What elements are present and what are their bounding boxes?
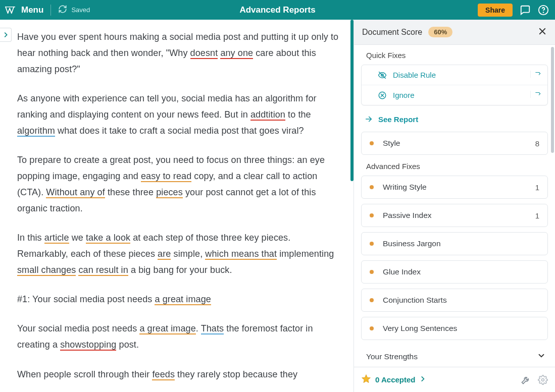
chat-icon[interactable]	[520, 5, 531, 16]
accepted-label: 0 Accepted	[375, 375, 415, 384]
action-submenu-icon[interactable]	[530, 91, 547, 98]
fix-card[interactable]: Passive Index1	[361, 204, 548, 227]
star-icon	[361, 374, 371, 385]
fix-label: Passive Index	[383, 211, 432, 220]
severity-dot	[370, 298, 374, 302]
score-badge: 60%	[428, 27, 452, 37]
style-hint[interactable]: a great image	[139, 323, 195, 334]
suggestions-panel: Document Score 60% Quick Fixes Disable R…	[354, 20, 555, 392]
severity-dot	[370, 141, 374, 145]
grammar-hint[interactable]: algorithm	[17, 126, 55, 137]
paragraph[interactable]: As anyone with experience can tell you, …	[17, 90, 339, 139]
app-logo[interactable]	[5, 6, 16, 15]
style-hint[interactable]: article	[44, 233, 69, 244]
wrench-icon[interactable]	[521, 375, 531, 385]
style-hint[interactable]: are	[158, 249, 171, 260]
disable-rule-action[interactable]: Disable Rule	[362, 65, 547, 85]
paragraph[interactable]: In this article we take a look at each s…	[17, 230, 339, 278]
header-divider	[51, 5, 51, 16]
advanced-fixes-title: Advanced Fixes	[366, 162, 548, 171]
quick-fixes-title: Quick Fixes	[366, 51, 548, 60]
severity-dot	[370, 185, 374, 189]
share-button[interactable]: Share	[478, 4, 513, 17]
fix-label: Style	[383, 139, 400, 148]
panel-body: Quick Fixes Disable Rule Ignore	[354, 45, 555, 367]
fix-card[interactable]: Business Jargon	[361, 232, 548, 255]
fix-label: Writing Style	[383, 183, 427, 192]
accepted-button[interactable]: 0 Accepted	[361, 374, 426, 385]
severity-dot	[370, 326, 374, 330]
see-report-label: See Report	[378, 115, 418, 124]
spelling-error[interactable]: addtition	[250, 109, 285, 121]
panel-header: Document Score 60%	[354, 20, 555, 45]
fix-label: Business Jargon	[383, 239, 441, 248]
close-panel-button[interactable]	[538, 27, 547, 38]
fix-card-style[interactable]: Style 8	[361, 132, 548, 155]
style-hint[interactable]: a great image	[155, 294, 211, 305]
action-label: Ignore	[393, 91, 415, 99]
style-hint[interactable]: small changes	[17, 265, 76, 276]
save-status: Saved	[58, 5, 90, 16]
strengths-label: Your Strengths	[366, 352, 418, 361]
cancel-icon	[378, 91, 387, 100]
action-submenu-icon[interactable]	[530, 71, 547, 78]
eye-off-icon	[378, 71, 387, 80]
paragraph[interactable]: To prepare to create a great post, you n…	[17, 152, 339, 216]
rule-actions-box: Disable Rule Ignore	[361, 65, 548, 105]
menu-button[interactable]: Menu	[21, 5, 43, 15]
paragraph[interactable]: When people scroll through their feeds t…	[17, 366, 339, 382]
fix-count: 8	[535, 139, 539, 148]
chevron-right-icon	[419, 375, 426, 384]
page-title: Advanced Reports	[239, 5, 315, 15]
paragraph[interactable]: Your social media post needs a great ima…	[17, 320, 339, 353]
document-score-label: Document Score	[362, 28, 422, 37]
fix-label: Very Long Sentences	[383, 324, 457, 333]
fix-count: 1	[535, 211, 539, 220]
style-hint[interactable]: take a look	[86, 233, 130, 244]
editor-pane: Have you ever spent hours making a socia…	[0, 20, 354, 392]
fix-label: Glue Index	[383, 267, 421, 276]
style-hint[interactable]: Without any of	[46, 187, 105, 198]
see-report-link[interactable]: See Report	[361, 110, 548, 132]
severity-dot	[370, 270, 374, 274]
chevron-down-icon	[537, 351, 546, 362]
style-hint[interactable]: can result in	[78, 265, 128, 276]
saved-label: Saved	[71, 6, 90, 14]
spelling-error[interactable]: showstopping	[60, 340, 116, 351]
svg-point-1	[543, 12, 544, 13]
action-label: Disable Rule	[393, 71, 436, 79]
severity-dot	[370, 213, 374, 217]
style-hint[interactable]: feeds	[152, 369, 175, 380]
svg-marker-4	[362, 375, 371, 383]
severity-dot	[370, 242, 374, 246]
fix-count: 1	[535, 183, 539, 192]
style-hint[interactable]: which means that	[205, 249, 277, 260]
spelling-error[interactable]: doesnt	[190, 48, 218, 59]
paragraph[interactable]: #1: Your social media post needs a great…	[17, 291, 339, 307]
fix-card[interactable]: Conjunction Starts	[361, 289, 548, 312]
style-hint[interactable]: easy to read	[141, 171, 191, 182]
fix-card[interactable]: Glue Index	[361, 260, 548, 284]
panel-footer: 0 Accepted	[354, 367, 555, 392]
ignore-action[interactable]: Ignore	[362, 85, 547, 105]
expand-panel-handle[interactable]	[0, 28, 12, 42]
editor-content[interactable]: Have you ever spent hours making a socia…	[0, 20, 354, 392]
help-icon[interactable]	[538, 5, 549, 16]
settings-icon[interactable]	[538, 375, 548, 385]
sync-icon	[58, 5, 67, 16]
fix-card[interactable]: Very Long Sentences	[361, 317, 548, 340]
fix-label: Conjunction Starts	[383, 296, 447, 305]
spelling-error[interactable]: any one	[220, 48, 253, 59]
svg-point-5	[542, 378, 544, 381]
fix-card[interactable]: Writing Style1	[361, 176, 548, 199]
app-header: Menu Saved Advanced Reports Share	[0, 0, 555, 20]
main-area: Have you ever spent hours making a socia…	[0, 20, 555, 392]
your-strengths-toggle[interactable]: Your Strengths	[361, 345, 548, 367]
grammar-hint[interactable]: Thats	[201, 323, 224, 334]
paragraph[interactable]: Have you ever spent hours making a socia…	[17, 29, 339, 77]
style-hint[interactable]: pieces	[156, 187, 183, 198]
